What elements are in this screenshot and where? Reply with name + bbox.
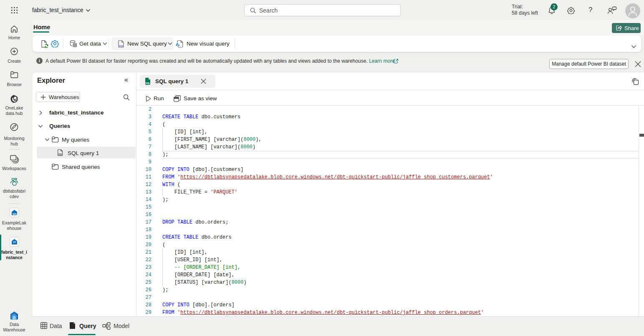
svg-text:SQL: SQL — [58, 153, 63, 155]
svg-text:SQL: SQL — [119, 45, 124, 47]
svg-text:SQL: SQL — [145, 82, 150, 84]
